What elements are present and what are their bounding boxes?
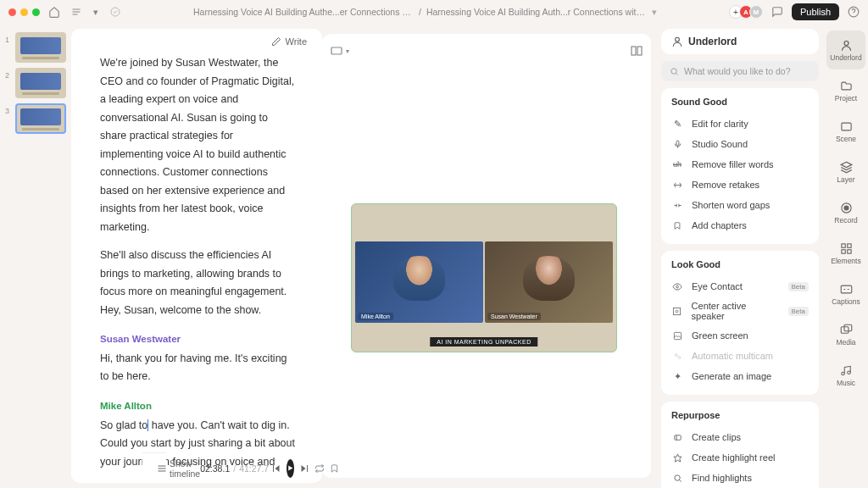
underlord-header: Underlord bbox=[661, 29, 819, 54]
breadcrumb[interactable]: Harnessing Voice AI Building Authe...er … bbox=[121, 7, 729, 17]
create-highlight-reel[interactable]: Create highlight reel bbox=[671, 447, 809, 468]
transcript-paragraph[interactable]: We're joined by Susan Westwater, the CEO… bbox=[100, 54, 297, 236]
speaker-label[interactable]: Mike Allton bbox=[100, 398, 297, 415]
folder-icon bbox=[839, 79, 853, 92]
center-active-speaker[interactable]: Center active speakerBeta bbox=[671, 297, 809, 325]
transcript-paragraph[interactable]: She'll also discuss the efficiencies AI … bbox=[100, 247, 297, 319]
rail-scene[interactable]: Scene bbox=[826, 112, 865, 151]
bookmark-icon[interactable] bbox=[330, 460, 339, 477]
comment-icon[interactable] bbox=[771, 6, 783, 18]
transcript-paragraph[interactable]: Hi, thank you for having me. It's exciti… bbox=[100, 350, 297, 386]
scene-item[interactable]: 1 bbox=[5, 32, 66, 63]
shorten-word-gaps[interactable]: Shorten word gaps bbox=[671, 195, 809, 215]
rail-media[interactable]: Media bbox=[826, 315, 865, 354]
sidebar: Underlord What would you like to do? Sou… bbox=[661, 24, 824, 488]
elements-icon bbox=[839, 241, 853, 255]
search-icon bbox=[670, 67, 679, 76]
publish-button[interactable]: Publish bbox=[792, 3, 839, 20]
avatar[interactable]: M bbox=[749, 5, 763, 19]
svg-rect-26 bbox=[674, 332, 681, 339]
rail-underlord[interactable]: Underlord bbox=[826, 30, 865, 69]
studio-sound[interactable]: Studio Sound bbox=[671, 134, 809, 154]
svg-line-19 bbox=[676, 73, 677, 75]
scene-thumbnail[interactable] bbox=[15, 103, 66, 134]
rail-record[interactable]: Record bbox=[826, 193, 865, 232]
edit-for-clarity[interactable]: ✎Edit for clarity bbox=[671, 114, 809, 134]
svg-rect-29 bbox=[674, 435, 680, 440]
video-preview[interactable]: Mike Allton Susan Westwater AI IN MARKET… bbox=[351, 203, 617, 352]
aspect-selector[interactable]: ▾ bbox=[331, 47, 349, 55]
svg-rect-40 bbox=[847, 243, 850, 247]
svg-point-46 bbox=[842, 372, 845, 375]
svg-marker-31 bbox=[673, 453, 681, 461]
skip-back-icon[interactable] bbox=[271, 460, 281, 477]
write-button[interactable]: Write bbox=[271, 36, 307, 47]
remove-filler-words[interactable]: uhRemove filler words bbox=[671, 154, 809, 175]
rail-elements[interactable]: Elements bbox=[826, 234, 865, 273]
underlord-icon bbox=[839, 38, 853, 52]
mic-icon bbox=[671, 138, 683, 150]
section-look-good: Look Good Eye ContactBeta Center active … bbox=[661, 251, 819, 395]
menu-icon[interactable] bbox=[70, 6, 82, 18]
scene-thumbnail[interactable] bbox=[15, 68, 66, 98]
svg-point-28 bbox=[677, 356, 680, 358]
create-clips[interactable]: Create clips bbox=[671, 427, 809, 447]
time-current: 02:38.1 bbox=[200, 463, 230, 474]
play-button[interactable] bbox=[287, 459, 294, 478]
breadcrumb-1[interactable]: Harnessing Voice AI Building Authe...er … bbox=[193, 7, 414, 17]
svg-rect-35 bbox=[841, 123, 850, 130]
search-icon bbox=[671, 472, 683, 484]
layers-icon bbox=[839, 160, 853, 174]
section-repurpose: Repurpose Create clips Create highlight … bbox=[661, 402, 819, 488]
section-title: Sound Good bbox=[671, 97, 809, 107]
search-input[interactable]: What would you like to do? bbox=[661, 61, 819, 81]
wand-icon: ✎ bbox=[671, 118, 683, 130]
topbar: ▾ Harnessing Voice AI Building Authe...e… bbox=[0, 0, 868, 24]
automatic-multicam: Automatic multicam bbox=[671, 346, 809, 366]
rail-project[interactable]: Project bbox=[826, 71, 865, 110]
transcript[interactable]: We're joined by Susan Westwater, the CEO… bbox=[71, 54, 322, 483]
show-timeline-button[interactable]: Show timeline bbox=[170, 458, 200, 479]
speaker-tag: Mike Allton bbox=[358, 313, 393, 320]
generate-image[interactable]: ✦Generate an image bbox=[671, 366, 809, 386]
green-screen[interactable]: Green screen bbox=[671, 325, 809, 346]
bookmark-icon bbox=[671, 219, 683, 231]
beta-badge: Beta bbox=[788, 307, 809, 316]
svg-rect-7 bbox=[632, 47, 636, 55]
home-icon[interactable] bbox=[48, 6, 60, 18]
close-window-icon[interactable] bbox=[8, 8, 16, 16]
find-highlights[interactable]: Find highlights bbox=[671, 468, 809, 488]
chevron-down-icon[interactable]: ▾ bbox=[652, 7, 657, 17]
collaborators[interactable]: + A M bbox=[729, 5, 763, 19]
timeline-toggle-icon[interactable] bbox=[157, 460, 167, 477]
compress-icon bbox=[671, 199, 683, 211]
time-total: 41:27.7 bbox=[239, 463, 269, 474]
add-chapters[interactable]: Add chapters bbox=[671, 215, 809, 236]
multicam-icon bbox=[671, 350, 683, 362]
eye-contact[interactable]: Eye ContactBeta bbox=[671, 276, 809, 297]
layout-toggle-icon[interactable] bbox=[631, 46, 643, 56]
strikethrough-icon: uh bbox=[671, 158, 683, 170]
rail-music[interactable]: Music bbox=[826, 356, 865, 395]
scene-item[interactable]: 3 bbox=[5, 103, 66, 134]
loop-icon[interactable] bbox=[314, 460, 325, 477]
svg-point-32 bbox=[674, 474, 679, 480]
svg-point-27 bbox=[675, 353, 677, 356]
svg-marker-14 bbox=[288, 466, 292, 471]
svg-rect-6 bbox=[331, 47, 342, 54]
retake-icon bbox=[671, 179, 683, 191]
scene-icon bbox=[839, 119, 853, 133]
minimize-window-icon[interactable] bbox=[20, 8, 28, 16]
help-icon[interactable] bbox=[848, 6, 860, 18]
chevron-down-icon[interactable]: ▾ bbox=[92, 6, 99, 18]
window-controls[interactable] bbox=[8, 8, 40, 16]
speaker-label[interactable]: Susan Westwater bbox=[100, 331, 297, 348]
scene-item[interactable]: 2 bbox=[5, 68, 66, 98]
scene-thumbnail[interactable] bbox=[15, 32, 66, 63]
rail-captions[interactable]: Captions bbox=[826, 274, 865, 313]
maximize-window-icon[interactable] bbox=[32, 8, 40, 16]
rail-layer[interactable]: Layer bbox=[826, 152, 865, 191]
breadcrumb-2[interactable]: Harnessing Voice AI Building Auth...r Co… bbox=[426, 7, 647, 17]
remove-retakes[interactable]: Remove retakes bbox=[671, 175, 809, 195]
skip-forward-icon[interactable] bbox=[299, 460, 309, 477]
